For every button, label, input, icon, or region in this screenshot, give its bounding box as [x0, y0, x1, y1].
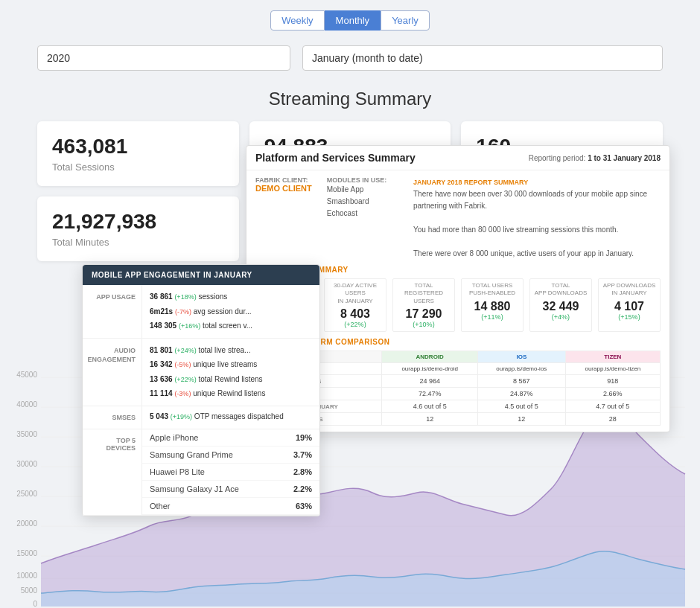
- table-row: Samsung Grand Prime 3.7%: [142, 446, 319, 463]
- ps-metric-3: TOTAL USERSPUSH-ENABLED 14 880 (+11%): [461, 278, 524, 332]
- svg-text:5000: 5000: [21, 586, 38, 595]
- list-item: 11 114 (-3%) unique Rewind listens: [150, 388, 312, 400]
- svg-text:40000: 40000: [16, 400, 37, 409]
- ps-metric-5: APP DOWNLOADSIN JANUARY 4 107 (+15%): [598, 278, 661, 332]
- eng-audio: AUDIO ENGAGEMENT 81 801 (+24%) total liv…: [83, 339, 319, 406]
- list-item: 6m21s (-7%) avg session dur...: [150, 306, 312, 318]
- stat-label-sessions: Total Sessions: [52, 161, 224, 173]
- svg-text:10000: 10000: [16, 572, 37, 580]
- table-row: Samsung Galaxy J1 Ace 2.2%: [142, 480, 319, 497]
- eng-top5: TOP 5 DEVICES Apple iPhone 19% Samsung G…: [83, 429, 319, 516]
- ps-metric-4: TOTALAPP DOWNLOADS 32 449 (+4%): [529, 278, 592, 332]
- list-item: 13 636 (+22%) total Rewind listens: [150, 374, 312, 385]
- ps-modules-label: MODULES IN USE:: [327, 176, 387, 184]
- eng-smses-content: 5 043 (+19%) OTP messages dispatched: [142, 406, 319, 429]
- list-item: 81 801 (+24%) total live strea...: [150, 345, 312, 356]
- stat-total-sessions: 463,081 Total Sessions: [37, 121, 239, 186]
- eng-top5-label: TOP 5 DEVICES: [83, 429, 142, 515]
- month-select[interactable]: January (month to date): [302, 45, 663, 71]
- ps-report-summary: JANUARY 2018 REPORT SUMMARY There have n…: [413, 176, 661, 260]
- list-item: 16 342 (-5%) unique live streams: [150, 359, 312, 371]
- stat-value-sessions: 463,081: [52, 135, 224, 159]
- eng-smses-label: SMSES: [83, 406, 142, 429]
- ps-client-label: FABRIK CLIENT:: [255, 176, 312, 184]
- ps-client-name: DEMO CLIENT: [255, 184, 312, 193]
- svg-text:15000: 15000: [16, 549, 37, 557]
- ps-modules: Mobile AppSmashboardEchocast: [327, 184, 387, 220]
- stat-label-minutes: Total Minutes: [52, 237, 224, 248]
- eng-smses: SMSES 5 043 (+19%) OTP messages dispatch…: [83, 406, 319, 429]
- ps-col-android: ANDROID: [382, 351, 478, 363]
- svg-text:45000: 45000: [16, 371, 37, 379]
- list-item: 36 861 (+18%) sessions: [150, 291, 312, 303]
- svg-text:30000: 30000: [16, 460, 37, 468]
- year-select[interactable]: 2020: [37, 45, 290, 71]
- eng-usage-content: 36 861 (+18%) sessions 6m21s (-7%) avg s…: [142, 285, 319, 338]
- weekly-button[interactable]: Weekly: [270, 10, 324, 31]
- table-row: Apple iPhone 19%: [142, 429, 319, 447]
- eng-header: MOBILE APP ENGAGEMENT IN JANUARY: [83, 265, 319, 285]
- list-item: 148 305 (+16%) total screen v...: [150, 320, 312, 332]
- svg-text:35000: 35000: [16, 430, 37, 438]
- svg-text:20000: 20000: [16, 519, 37, 528]
- page-title: Streaming Summary: [0, 78, 700, 121]
- eng-top5-content: Apple iPhone 19% Samsung Grand Prime 3.7…: [142, 429, 319, 515]
- ps-col-tizen: TIZEN: [565, 351, 660, 363]
- ps-metric-2: TOTALREGISTERED USERS 17 290 (+10%): [392, 278, 455, 332]
- eng-audio-content: 81 801 (+24%) total live strea... 16 342…: [142, 339, 319, 406]
- eng-usage-label: APP USAGE: [83, 285, 142, 338]
- period-selector: Weekly Monthly Yearly: [0, 0, 700, 38]
- engagement-overlay: MOBILE APP ENGAGEMENT IN JANUARY APP USA…: [82, 264, 320, 516]
- devices-table: Apple iPhone 19% Samsung Grand Prime 3.7…: [142, 429, 319, 515]
- ps-header: Platform and Services Summary Reporting …: [246, 146, 669, 170]
- filter-row: 2020 January (month to date): [0, 38, 700, 78]
- svg-text:25000: 25000: [16, 490, 37, 498]
- eng-audio-label: AUDIO ENGAGEMENT: [83, 339, 142, 406]
- eng-body: APP USAGE 36 861 (+18%) sessions 6m21s (…: [83, 285, 319, 516]
- monthly-button[interactable]: Monthly: [325, 10, 381, 31]
- stat-value-minutes: 21,927,938: [52, 210, 224, 234]
- ps-title: Platform and Services Summary: [255, 152, 416, 164]
- eng-app-usage: APP USAGE 36 861 (+18%) sessions 6m21s (…: [83, 285, 319, 339]
- ps-col-ios: iOS: [478, 351, 566, 363]
- table-row: Huawei P8 Lite 2.8%: [142, 463, 319, 480]
- svg-text:0: 0: [33, 600, 37, 608]
- table-row: Other 63%: [142, 497, 319, 514]
- yearly-button[interactable]: Yearly: [381, 10, 430, 31]
- ps-period: Reporting period: 1 to 31 January 2018: [529, 154, 661, 162]
- stat-total-minutes: 21,927,938 Total Minutes: [37, 196, 239, 261]
- ps-metric-1: 30-DAY ACTIVE USERSIN JANUARY 8 403 (+22…: [324, 278, 386, 332]
